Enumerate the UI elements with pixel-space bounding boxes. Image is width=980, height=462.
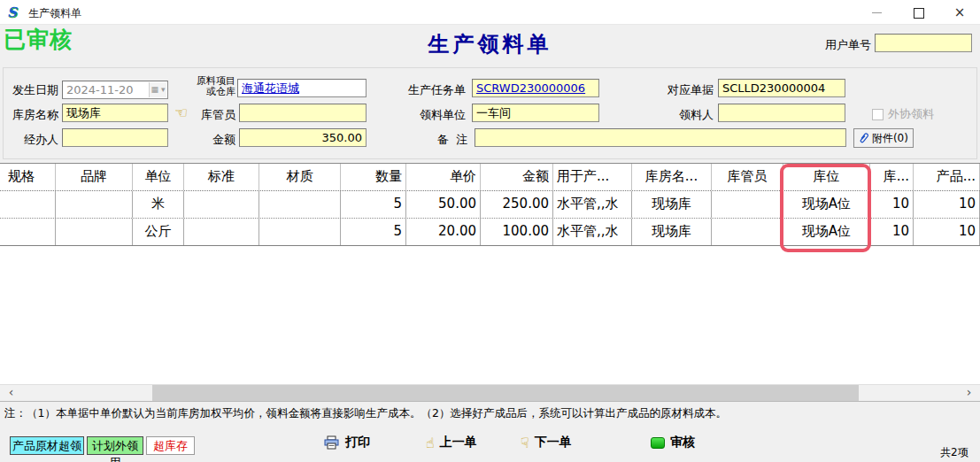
minimize-icon (872, 12, 882, 13)
grid-cell[interactable] (56, 219, 133, 245)
handler-input[interactable] (62, 128, 168, 147)
date-label: 发生日期 (11, 81, 58, 99)
previous-doc-button[interactable]: ☝ 上一单 (426, 433, 477, 452)
grid-cell[interactable]: 现场A位 (783, 191, 870, 218)
handler-label: 经办人 (22, 130, 58, 149)
ref-doc-input[interactable]: SCLLD230000004 (718, 79, 845, 97)
column-header-3[interactable]: 标准 (184, 164, 259, 190)
app-icon: S (7, 4, 23, 20)
grid-cell[interactable]: 20.00 (406, 219, 481, 245)
warehouse-label: 库房名称 (11, 105, 58, 124)
audit-icon (651, 437, 665, 449)
grid-cell[interactable] (712, 219, 783, 245)
column-header-5[interactable]: 数量 (341, 164, 406, 190)
pick-unit-input[interactable]: 一车间 (472, 104, 599, 122)
picker-label: 领料人 (677, 105, 714, 124)
grid-cell[interactable]: 米 (133, 191, 184, 218)
item-count: 共2项 (940, 445, 968, 460)
minimize-button[interactable] (859, 0, 894, 25)
column-header-13[interactable]: 产品... (914, 164, 980, 190)
pick-unit-label: 领料单位 (416, 105, 466, 124)
column-header-0[interactable]: 规格 (0, 164, 56, 190)
column-header-1[interactable]: 品牌 (56, 164, 133, 190)
scrollbar-thumb[interactable] (152, 385, 859, 401)
grid-cell[interactable]: 现场库 (632, 191, 712, 218)
material-project-link[interactable]: 海通花语城 (237, 79, 367, 97)
grid-cell[interactable] (0, 219, 56, 245)
remark-input[interactable] (475, 128, 846, 147)
grid-cell[interactable]: 水平管,,水 (553, 191, 632, 218)
scroll-right-button[interactable]: › (958, 385, 980, 401)
grid-cell[interactable] (56, 191, 133, 218)
maximize-button[interactable] (900, 0, 936, 25)
grid-cell[interactable]: 水平管,,水 (553, 219, 632, 245)
attachment-button[interactable]: 附件(0) (853, 128, 914, 148)
grid-cell[interactable] (0, 191, 56, 218)
ref-doc-label: 对应单据 (664, 81, 714, 99)
column-header-6[interactable]: 单价 (406, 164, 481, 190)
note-bar: 注：（1）本单据中单价默认为当前库房加权平均价，领料金额将直接影响生产成本。（2… (0, 401, 980, 425)
horizontal-scrollbar: ‹ › (0, 384, 980, 400)
grid-cell[interactable]: 现场库 (632, 219, 712, 245)
grid-cell[interactable]: 10 (914, 219, 980, 245)
maximize-icon (914, 8, 924, 19)
window-title: 生产领料单 (28, 6, 81, 21)
chip-product-over-pick[interactable]: 产品原材超领 (10, 436, 84, 455)
items-grid: 规格品牌单位标准材质数量单价金额用于产...库房名...库管员库位库...产品.… (0, 163, 980, 384)
close-button[interactable]: × (942, 0, 977, 25)
column-header-8[interactable]: 用于产... (553, 164, 632, 190)
column-header-9[interactable]: 库房名... (632, 164, 712, 190)
task-order-link[interactable]: SCRWD230000006 (472, 79, 599, 97)
picker-input[interactable] (718, 104, 845, 122)
hand-down-icon: ☟ (521, 435, 529, 451)
grid-cell[interactable]: 10 (870, 219, 914, 245)
keeper-label: 库管员 (199, 105, 235, 124)
amount-label: 金额 (211, 130, 235, 149)
remark-label: 备 注 (430, 130, 467, 149)
grid-cell[interactable] (184, 219, 259, 245)
grid-cell[interactable]: 5 (341, 219, 406, 245)
calendar-dropdown-icon[interactable]: ▦ ▾ (149, 82, 166, 97)
grid-cell[interactable]: 10 (914, 191, 980, 218)
column-header-4[interactable]: 材质 (259, 164, 341, 190)
column-header-10[interactable]: 库管员 (712, 164, 783, 190)
grid-cell[interactable] (712, 191, 783, 218)
grid-row-0: 米550.00250.00水平管,,水现场库现场A位1010 (0, 191, 980, 219)
chip-over-stock[interactable]: 超库存 (146, 436, 195, 455)
grid-cell[interactable] (259, 219, 341, 245)
user-no-input[interactable] (875, 34, 972, 52)
grid-cell[interactable]: 50.00 (406, 191, 481, 218)
material-project-label: 原料项目或仓库 (188, 76, 235, 97)
hand-up-icon: ☝ (426, 435, 435, 451)
grid-cell[interactable]: 5 (341, 191, 406, 218)
warehouse-input[interactable]: 现场库 (62, 104, 168, 122)
grid-cell[interactable]: 公斤 (133, 219, 184, 245)
column-header-7[interactable]: 金额 (481, 164, 553, 190)
outsource-label: 外协领料 (888, 106, 934, 122)
task-order-label: 生产任务单 (405, 81, 466, 99)
grid-cell[interactable] (259, 191, 341, 218)
grid-header-row: 规格品牌单位标准材质数量单价金额用于产...库房名...库管员库位库...产品.… (0, 164, 980, 191)
title-bar: S 生产领料单 × (0, 0, 980, 25)
audit-button[interactable]: 审核 (651, 433, 695, 452)
grid-cell[interactable]: 现场A位 (783, 219, 870, 245)
chip-unplanned-pick[interactable]: 计划外领用 (87, 436, 143, 455)
grid-cell[interactable] (184, 191, 259, 218)
grid-row-1: 公斤520.00100.00水平管,,水现场库现场A位1010 (0, 219, 980, 246)
date-input[interactable]: 2024-11-20 ▦ ▾ (62, 81, 168, 99)
keeper-input[interactable] (239, 104, 367, 122)
hand-pick-icon[interactable]: ☜ (174, 104, 188, 121)
next-doc-button[interactable]: ☟ 下一单 (521, 433, 572, 452)
column-header-12[interactable]: 库... (870, 164, 914, 190)
paperclip-icon (859, 132, 868, 144)
amount-input[interactable]: 350.00 (239, 128, 367, 147)
grid-cell[interactable]: 10 (870, 191, 914, 218)
column-header-2[interactable]: 单位 (133, 164, 184, 190)
grid-cell[interactable]: 100.00 (481, 219, 553, 245)
outsource-checkbox[interactable] (872, 109, 884, 120)
print-button[interactable]: 打印 (324, 433, 370, 452)
column-header-11[interactable]: 库位 (783, 164, 870, 190)
grid-cell[interactable]: 250.00 (481, 191, 553, 218)
scroll-left-button[interactable]: ‹ (0, 385, 22, 401)
user-no-label: 用户单号 (822, 35, 871, 54)
